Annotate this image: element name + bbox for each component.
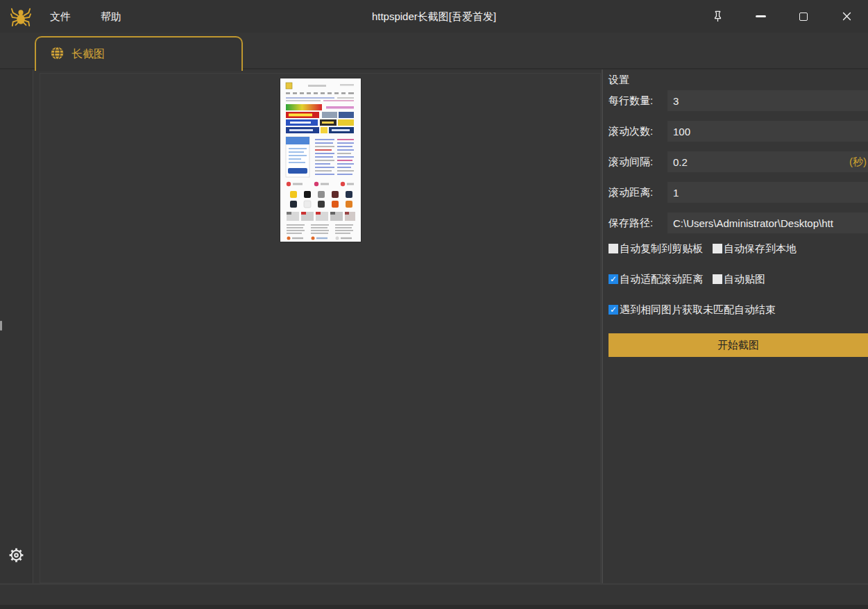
status-bar — [0, 583, 868, 609]
pin-icon[interactable] — [696, 0, 739, 33]
checkbox-icon: ✓ — [609, 305, 618, 315]
scroll-interval-input[interactable] — [667, 151, 868, 172]
start-capture-button[interactable]: 开始截图 — [609, 333, 868, 357]
field-scroll-distance: 滚动距离: — [609, 182, 868, 203]
checkbox-auto-fit-scroll-distance[interactable]: ✓ 自动适配滚动距离 — [609, 273, 703, 286]
checkbox-auto-paste-image[interactable]: 自动贴图 — [713, 273, 765, 286]
checkbox-row-2: ✓ 自动适配滚动距离 自动贴图 — [609, 272, 868, 286]
preview-canvas — [40, 73, 601, 583]
tab-label: 长截图 — [71, 47, 105, 62]
save-path-input[interactable] — [667, 212, 868, 233]
checkbox-row-3: ✓ 遇到相同图片获取未匹配自动结束 — [609, 303, 868, 317]
field-label: 每行数量: — [609, 94, 667, 108]
items-per-row-input[interactable] — [667, 90, 868, 111]
field-label: 滚动次数: — [609, 125, 667, 138]
spider-icon — [10, 6, 31, 27]
status-bar-edge — [0, 605, 868, 609]
panel-divider — [602, 69, 603, 583]
close-icon[interactable] — [825, 0, 868, 33]
tab-strip: 长截图 — [0, 33, 868, 69]
checkbox-label: 自动保存到本地 — [724, 242, 797, 256]
field-label: 滚动距离: — [609, 186, 667, 199]
window-controls — [696, 0, 868, 33]
checkbox-icon: ✓ — [609, 274, 618, 284]
scroll-distance-input[interactable] — [667, 182, 868, 203]
left-sidebar — [0, 69, 33, 583]
checkbox-label: 自动适配滚动距离 — [620, 273, 703, 286]
titlebar[interactable]: 文件 帮助 httpspider长截图[吾爱首发] — [0, 0, 868, 33]
settings-panel: 设置 每行数量: 滚动次数: 滚动间隔: (秒) 滚动距离: 保存路径: 自动复… — [609, 69, 868, 583]
checkbox-auto-save-local[interactable]: 自动保存到本地 — [713, 242, 797, 256]
minimize-icon[interactable] — [739, 0, 782, 33]
maximize-icon[interactable] — [782, 0, 825, 33]
checkbox-icon — [713, 274, 722, 284]
field-scroll-interval: 滚动间隔: (秒) — [609, 151, 868, 172]
checkbox-auto-end-on-duplicate[interactable]: ✓ 遇到相同图片获取未匹配自动结束 — [609, 303, 776, 317]
field-items-per-row: 每行数量: — [609, 90, 868, 111]
app-window: 文件 帮助 httpspider长截图[吾爱首发] — [0, 0, 868, 609]
field-label: 滚动间隔: — [609, 156, 667, 169]
checkbox-icon — [713, 244, 722, 253]
captured-webpage-thumbnail[interactable] — [280, 78, 361, 242]
menu-file[interactable]: 文件 — [46, 0, 75, 33]
globe-icon — [50, 46, 65, 63]
resize-grip[interactable] — [0, 321, 2, 331]
checkbox-icon — [609, 244, 618, 253]
scroll-count-input[interactable] — [667, 121, 868, 142]
field-scroll-count: 滚动次数: — [609, 121, 868, 142]
checkbox-auto-copy-clipboard[interactable]: 自动复制到剪贴板 — [609, 242, 703, 256]
checkbox-label: 自动复制到剪贴板 — [620, 242, 703, 256]
field-save-path: 保存路径: — [609, 212, 868, 233]
field-label: 保存路径: — [609, 217, 667, 230]
menu-help[interactable]: 帮助 — [96, 0, 126, 33]
checkbox-label: 遇到相同图片获取未匹配自动结束 — [620, 303, 776, 317]
tab-long-screenshot[interactable]: 长截图 — [35, 36, 243, 71]
checkbox-row-1: 自动复制到剪贴板 自动保存到本地 — [609, 242, 868, 256]
checkbox-label: 自动贴图 — [724, 273, 765, 286]
settings-header: 设置 — [609, 74, 629, 87]
gear-icon[interactable] — [6, 545, 26, 565]
